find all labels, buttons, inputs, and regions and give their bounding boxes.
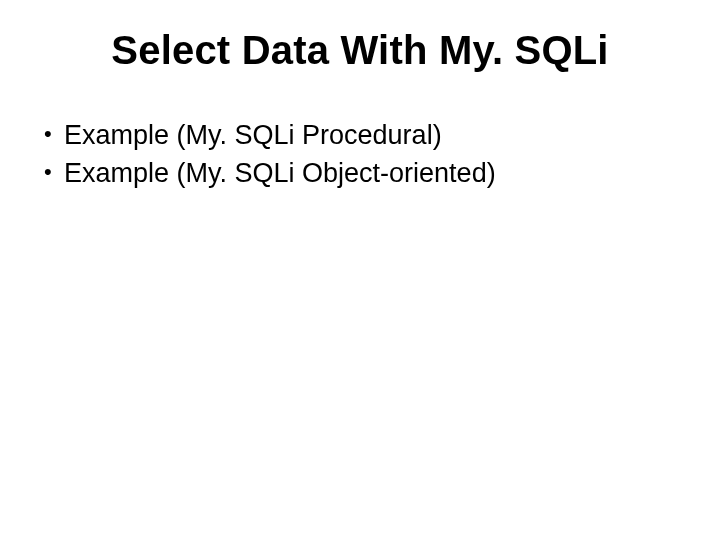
bullet-text: Example (My. SQLi Object-oriented)	[64, 155, 680, 191]
bullet-icon: •	[44, 117, 64, 150]
slide-title: Select Data With My. SQLi	[40, 28, 680, 73]
list-item: • Example (My. SQLi Object-oriented)	[44, 155, 680, 191]
list-item: • Example (My. SQLi Procedural)	[44, 117, 680, 153]
bullet-icon: •	[44, 155, 64, 188]
bullet-list: • Example (My. SQLi Procedural) • Exampl…	[40, 117, 680, 192]
slide-container: Select Data With My. SQLi • Example (My.…	[0, 0, 720, 540]
bullet-text: Example (My. SQLi Procedural)	[64, 117, 680, 153]
